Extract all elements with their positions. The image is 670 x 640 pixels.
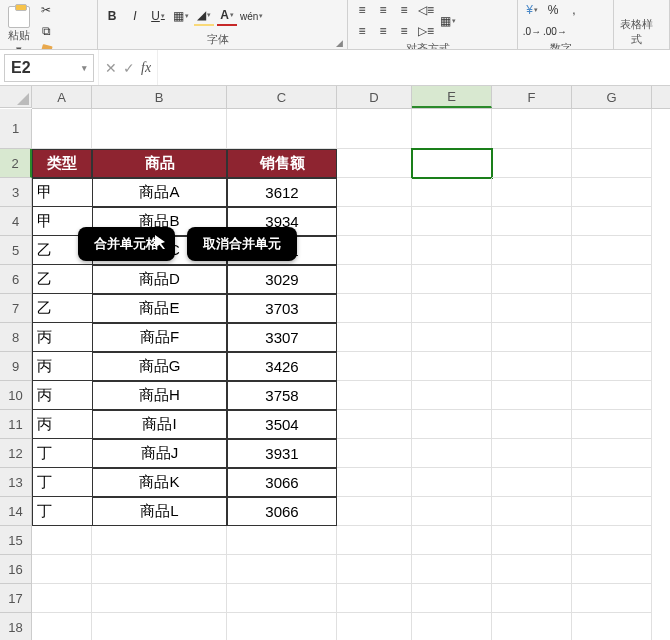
cell-F18[interactable] (492, 613, 572, 640)
cell-E17[interactable] (412, 584, 492, 613)
cell-C14[interactable]: 3066 (227, 497, 337, 526)
cell-F4[interactable] (492, 207, 572, 236)
cell-A18[interactable] (32, 613, 92, 640)
cell-C7[interactable]: 3703 (227, 294, 337, 323)
cell-G1[interactable] (572, 109, 652, 149)
cell-E8[interactable] (412, 323, 492, 352)
cell-G17[interactable] (572, 584, 652, 613)
cell-F17[interactable] (492, 584, 572, 613)
underline-button[interactable]: U▾ (148, 6, 168, 26)
cell-A15[interactable] (32, 526, 92, 555)
cell-E5[interactable] (412, 236, 492, 265)
cell-C8[interactable]: 3307 (227, 323, 337, 352)
fx-icon[interactable]: fx (141, 60, 151, 76)
cell-C10[interactable]: 3758 (227, 381, 337, 410)
cell-G14[interactable] (572, 497, 652, 526)
cell-E3[interactable] (412, 178, 492, 207)
cell-B8[interactable]: 商品F (92, 323, 227, 352)
cell-D8[interactable] (337, 323, 412, 352)
row-header-10[interactable]: 10 (0, 381, 32, 410)
cell-F14[interactable] (492, 497, 572, 526)
cell-B15[interactable] (92, 526, 227, 555)
cell-C16[interactable] (227, 555, 337, 584)
cell-G5[interactable] (572, 236, 652, 265)
cell-F16[interactable] (492, 555, 572, 584)
cell-F5[interactable] (492, 236, 572, 265)
cell-G11[interactable] (572, 410, 652, 439)
cell-D5[interactable] (337, 236, 412, 265)
cell-C3[interactable]: 3612 (227, 178, 337, 207)
align-right-button[interactable]: ≡ (394, 21, 414, 41)
cell-C13[interactable]: 3066 (227, 468, 337, 497)
bold-button[interactable]: B (102, 6, 122, 26)
cell-B11[interactable]: 商品I (92, 410, 227, 439)
column-header-A[interactable]: A (32, 86, 92, 108)
cell-C1[interactable] (227, 109, 337, 149)
cell-B3[interactable]: 商品A (92, 178, 227, 207)
cell-G3[interactable] (572, 178, 652, 207)
cell-A17[interactable] (32, 584, 92, 613)
cell-G18[interactable] (572, 613, 652, 640)
cell-D12[interactable] (337, 439, 412, 468)
cell-F10[interactable] (492, 381, 572, 410)
cell-G2[interactable] (572, 149, 652, 178)
row-header-11[interactable]: 11 (0, 410, 32, 439)
row-header-14[interactable]: 14 (0, 497, 32, 526)
cell-A1[interactable] (32, 109, 92, 149)
cell-C2[interactable]: 销售额 (227, 149, 337, 178)
cell-D1[interactable] (337, 109, 412, 149)
cell-D6[interactable] (337, 265, 412, 294)
cell-D10[interactable] (337, 381, 412, 410)
cell-C6[interactable]: 3029 (227, 265, 337, 294)
cell-D16[interactable] (337, 555, 412, 584)
cell-C18[interactable] (227, 613, 337, 640)
cell-E10[interactable] (412, 381, 492, 410)
cell-A12[interactable]: 丁 (32, 439, 92, 468)
cell-D14[interactable] (337, 497, 412, 526)
font-color-button[interactable]: A▾ (217, 6, 237, 26)
italic-button[interactable]: I (125, 6, 145, 26)
cell-G9[interactable] (572, 352, 652, 381)
cell-D7[interactable] (337, 294, 412, 323)
cell-G13[interactable] (572, 468, 652, 497)
align-top-button[interactable]: ≡ (352, 0, 372, 20)
cell-A10[interactable]: 丙 (32, 381, 92, 410)
cell-A3[interactable]: 甲 (32, 178, 92, 207)
cell-D2[interactable] (337, 149, 412, 178)
cell-B16[interactable] (92, 555, 227, 584)
cell-D13[interactable] (337, 468, 412, 497)
cell-D4[interactable] (337, 207, 412, 236)
align-left-button[interactable]: ≡ (352, 21, 372, 41)
cell-F6[interactable] (492, 265, 572, 294)
format-painter-button[interactable] (36, 42, 56, 50)
cell-B7[interactable]: 商品E (92, 294, 227, 323)
cell-E16[interactable] (412, 555, 492, 584)
column-header-G[interactable]: G (572, 86, 652, 108)
cell-E4[interactable] (412, 207, 492, 236)
paste-button[interactable]: 粘贴 ▾ (4, 6, 34, 50)
cell-B12[interactable]: 商品J (92, 439, 227, 468)
comma-button[interactable]: , (564, 0, 584, 20)
cancel-formula-icon[interactable]: ✕ (105, 60, 117, 76)
cell-G12[interactable] (572, 439, 652, 468)
cell-F12[interactable] (492, 439, 572, 468)
cell-F11[interactable] (492, 410, 572, 439)
cut-button[interactable]: ✂ (36, 0, 56, 20)
cell-B18[interactable] (92, 613, 227, 640)
cell-F15[interactable] (492, 526, 572, 555)
cell-E11[interactable] (412, 410, 492, 439)
cell-E14[interactable] (412, 497, 492, 526)
increase-indent-button[interactable]: ▷≡ (416, 21, 436, 41)
merge-cells-action-button[interactable]: 合并单元格 (78, 227, 175, 261)
row-header-7[interactable]: 7 (0, 294, 32, 323)
border-button[interactable]: ▦▾ (171, 6, 191, 26)
cell-D3[interactable] (337, 178, 412, 207)
cell-E6[interactable] (412, 265, 492, 294)
cell-D11[interactable] (337, 410, 412, 439)
fill-color-button[interactable]: ◢▾ (194, 6, 214, 26)
row-header-2[interactable]: 2 (0, 149, 32, 178)
cell-B14[interactable]: 商品L (92, 497, 227, 526)
row-header-3[interactable]: 3 (0, 178, 32, 207)
row-header-6[interactable]: 6 (0, 265, 32, 294)
cell-F7[interactable] (492, 294, 572, 323)
